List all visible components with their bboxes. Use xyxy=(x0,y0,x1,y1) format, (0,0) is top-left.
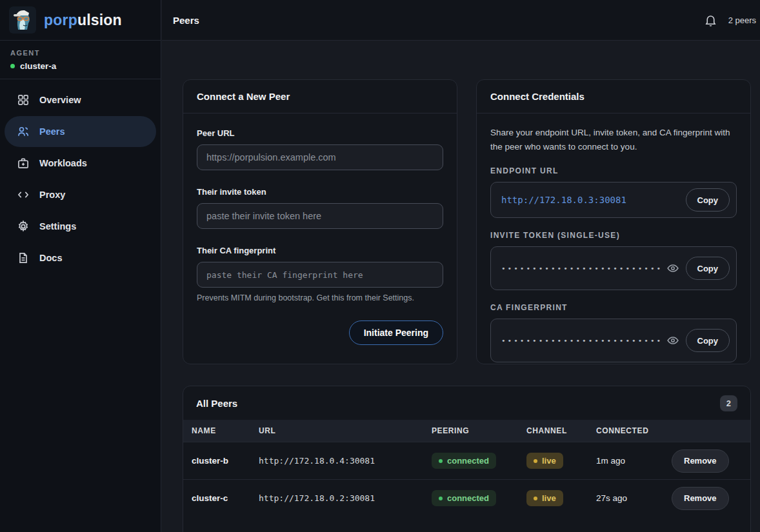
status-dot xyxy=(439,497,443,500)
eye-icon[interactable] xyxy=(666,262,679,275)
ca-fingerprint-input[interactable] xyxy=(197,262,443,288)
credentials-card-title: Connect Credentials xyxy=(490,91,585,102)
peering-cell: connected xyxy=(432,490,526,506)
invite-token-input[interactable] xyxy=(197,203,443,229)
form-actions: Initiate Peering xyxy=(197,320,443,345)
topbar-right: 2 peers xyxy=(704,14,756,27)
eye-icon[interactable] xyxy=(666,334,679,347)
agent-block: AGENT cluster-a xyxy=(0,41,161,79)
remove-peer-button[interactable]: Remove xyxy=(672,449,729,473)
sidebar-item-label: Workloads xyxy=(39,158,87,168)
peering-status-text: connected xyxy=(447,493,489,503)
connect-form: Peer URL Their invite token Their CA fin… xyxy=(183,113,457,359)
ca-fingerprint-box: •••••••••••••••••••••••••••••••… Copy xyxy=(490,319,737,362)
connect-card-header: Connect a New Peer xyxy=(183,80,457,113)
connected-ago: 27s ago xyxy=(596,493,672,503)
sidebar-item-label: Docs xyxy=(39,253,62,263)
peer-url: http://172.18.0.4:30081 xyxy=(259,456,432,466)
agent-name-text: cluster-a xyxy=(20,61,56,71)
connect-credentials-card: Connect Credentials Share your endpoint … xyxy=(476,79,751,364)
credentials-body: Share your endpoint URL, invite token, a… xyxy=(477,113,750,375)
all-peers-title: All Peers xyxy=(196,398,237,409)
ca-fingerprint-masked-value: •••••••••••••••••••••••••••••••… xyxy=(501,337,660,345)
endpoint-url-box: http://172.18.0.3:30081 Copy xyxy=(490,182,737,218)
invite-token-box: •••••••••••••••••••••••••••••••… Copy xyxy=(490,246,737,290)
credentials-description: Share your endpoint URL, invite token, a… xyxy=(490,126,737,153)
brand-name-prefix: porp xyxy=(44,12,77,28)
peers-table-header: NAME URL PEERING CHANNEL CONNECTED xyxy=(183,420,750,442)
connect-new-peer-card: Connect a New Peer Peer URL Their invite… xyxy=(183,79,457,364)
invite-token-section-label: INVITE TOKEN (SINGLE-USE) xyxy=(490,231,737,240)
status-dot xyxy=(439,459,443,463)
column-header-connected: CONNECTED xyxy=(596,426,672,435)
users-icon xyxy=(17,125,30,138)
sidebar-item-settings[interactable]: Settings xyxy=(5,211,156,242)
table-row: cluster-b http://172.18.0.4:30081 connec… xyxy=(183,442,750,479)
bell-icon[interactable] xyxy=(704,14,717,27)
invite-token-masked-value: •••••••••••••••••••••••••••••••… xyxy=(501,264,660,273)
gear-icon xyxy=(17,220,30,233)
peer-url: http://172.18.0.2:30081 xyxy=(259,493,432,503)
sidebar-item-label: Settings xyxy=(39,221,76,232)
column-header-channel: CHANNEL xyxy=(526,426,596,435)
peering-cell: connected xyxy=(432,453,526,469)
channel-status-text: live xyxy=(542,456,556,466)
status-dot xyxy=(534,459,537,463)
sidebar-nav: Overview Peers Workloads Proxy xyxy=(0,79,161,279)
actions-cell: Remove xyxy=(672,449,737,473)
sidebar-item-docs[interactable]: Docs xyxy=(5,242,156,273)
sidebar-item-workloads[interactable]: Workloads xyxy=(5,148,156,179)
copy-invite-token-button[interactable]: Copy xyxy=(686,257,730,280)
connected-ago: 1m ago xyxy=(596,456,672,466)
sidebar-item-label: Proxy xyxy=(39,190,65,200)
initiate-peering-button[interactable]: Initiate Peering xyxy=(349,320,443,345)
status-dot xyxy=(534,497,537,500)
brand-name-suffix: ulsion xyxy=(77,12,122,28)
actions-cell: Remove xyxy=(672,487,737,510)
topbar: Peers 2 peers xyxy=(162,0,760,41)
sidebar: porpulsion AGENT cluster-a Overview Peer… xyxy=(0,0,161,532)
sidebar-item-peers[interactable]: Peers xyxy=(5,116,156,147)
column-header-url: URL xyxy=(259,426,432,435)
peer-url-input[interactable] xyxy=(197,144,443,170)
all-peers-header: All Peers 2 xyxy=(183,386,750,420)
invite-token-label: Their invite token xyxy=(197,187,266,197)
connect-card-title: Connect a New Peer xyxy=(197,91,290,102)
agent-name: cluster-a xyxy=(10,61,150,71)
copy-endpoint-button[interactable]: Copy xyxy=(686,188,730,212)
channel-status-text: live xyxy=(542,493,556,503)
column-header-peering: PEERING xyxy=(432,426,526,435)
peer-count-badge: 2 xyxy=(720,395,737,411)
agent-label: AGENT xyxy=(10,49,150,57)
brand-name: porpulsion xyxy=(44,12,122,29)
briefcase-icon xyxy=(17,157,30,170)
sidebar-item-overview[interactable]: Overview xyxy=(5,84,156,115)
sidebar-item-label: Overview xyxy=(39,95,81,105)
table-row: cluster-c http://172.18.0.2:30081 connec… xyxy=(183,479,750,517)
all-peers-card: All Peers 2 NAME URL PEERING CHANNEL CON… xyxy=(183,386,751,532)
endpoint-url-label: ENDPOINT URL xyxy=(490,166,737,175)
peer-name: cluster-b xyxy=(192,456,259,466)
peering-status-badge: connected xyxy=(432,453,496,469)
channel-status-badge: live xyxy=(526,453,563,469)
channel-cell: live xyxy=(526,453,596,469)
peer-url-label: Peer URL xyxy=(197,128,235,138)
grid-icon xyxy=(17,94,30,106)
peering-status-badge: connected xyxy=(432,490,496,506)
channel-cell: live xyxy=(526,490,596,506)
porpulsion-logo-icon xyxy=(9,6,36,34)
sidebar-item-proxy[interactable]: Proxy xyxy=(5,179,156,210)
ca-fingerprint-section-label: CA FINGERPRINT xyxy=(490,303,737,312)
endpoint-url-value: http://172.18.0.3:30081 xyxy=(501,195,679,205)
page-title: Peers xyxy=(173,15,199,26)
copy-ca-fingerprint-button[interactable]: Copy xyxy=(686,329,730,352)
main-content: Connect a New Peer Peer URL Their invite… xyxy=(162,41,760,532)
peer-name: cluster-c xyxy=(192,493,259,503)
ca-helper-text: Prevents MITM during bootstrap. Get this… xyxy=(197,293,443,302)
arrows-icon xyxy=(17,188,30,201)
credentials-card-header: Connect Credentials xyxy=(477,80,750,113)
brand-header: porpulsion xyxy=(0,0,161,41)
remove-peer-button[interactable]: Remove xyxy=(672,487,729,510)
peering-status-text: connected xyxy=(447,456,489,466)
sidebar-item-label: Peers xyxy=(39,126,65,137)
